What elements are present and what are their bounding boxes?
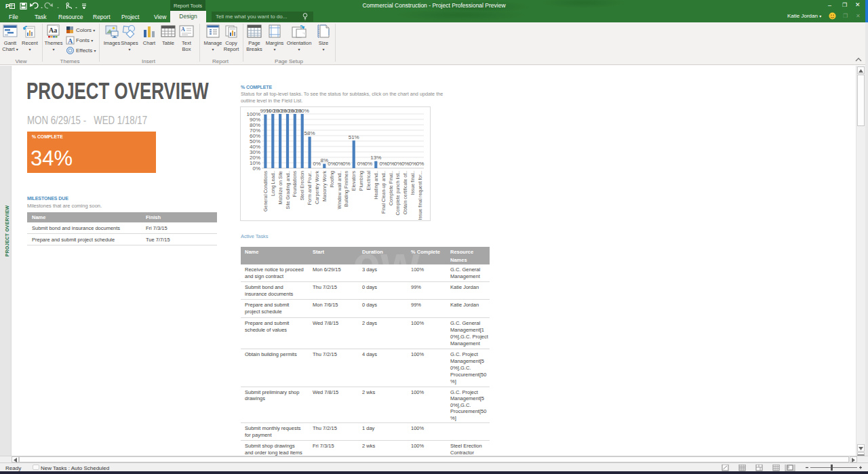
svg-text:40%: 40% (250, 144, 260, 150)
svg-text:Complete Final..: Complete Final.. (389, 171, 394, 205)
svg-text:Long Lead..: Long Lead.. (271, 171, 276, 196)
svg-text:51%: 51% (349, 134, 359, 140)
svg-text:100%: 100% (247, 111, 260, 117)
svg-text:Issue final..: Issue final.. (410, 171, 415, 195)
svg-text:Masonry Work: Masonry Work (322, 171, 328, 201)
svg-text:Elevators: Elevators (351, 171, 356, 191)
svg-text:Electrical: Electrical (366, 171, 371, 191)
svg-text:0%: 0% (416, 161, 425, 167)
svg-text:Aa: Aa (49, 26, 57, 34)
svg-text:Site Grading and..: Site Grading and.. (285, 171, 291, 209)
svg-text:Foundations: Foundations (292, 171, 297, 197)
svg-text:A: A (181, 26, 185, 33)
svg-text:60%: 60% (250, 133, 260, 139)
svg-text:10%: 10% (250, 160, 260, 166)
svg-text:30%: 30% (250, 149, 260, 155)
svg-text:0%: 0% (328, 161, 336, 167)
svg-text:Heating and..: Heating and.. (374, 171, 379, 199)
svg-text:80%: 80% (250, 122, 260, 128)
svg-text:20%: 20% (250, 155, 260, 161)
svg-text:Plumbing: Plumbing (359, 171, 364, 191)
svg-text:0%: 0% (252, 165, 260, 172)
svg-text:50%: 50% (250, 138, 260, 144)
svg-text:Obtain certificate of..: Obtain certificate of.. (403, 171, 408, 214)
svg-text:0%: 0% (387, 161, 395, 167)
svg-text:Roofing: Roofing (330, 171, 335, 187)
svg-text:58%: 58% (304, 130, 315, 136)
svg-text:Form and Pour..: Form and Pour.. (307, 171, 312, 205)
svg-text:Window wall and..: Window wall and.. (337, 171, 342, 209)
svg-text:A: A (68, 37, 73, 45)
svg-text:Steel Erection: Steel Erection (300, 171, 304, 201)
svg-text:Building Finishes: Building Finishes (344, 171, 349, 207)
svg-text:Complete punch list..: Complete punch list.. (395, 171, 401, 215)
svg-text:Carpentry Work: Carpentry Work (315, 171, 320, 204)
svg-text:100%: 100% (295, 108, 309, 114)
svg-text:0%: 0% (409, 161, 417, 167)
svg-text:P: P (5, 3, 9, 9)
svg-text:0%: 0% (365, 161, 373, 167)
svg-text:Final Clean-up and..: Final Clean-up and.. (381, 171, 387, 214)
svg-text:70%: 70% (250, 127, 260, 134)
svg-text:0%: 0% (313, 161, 321, 167)
svg-text:Issue final request for...: Issue final request for... (418, 171, 423, 220)
svg-text:Mobilize on Site: Mobilize on Site (278, 171, 283, 205)
svg-text:90%: 90% (250, 117, 260, 123)
svg-text:General Conditions: General Conditions (263, 171, 268, 212)
svg-text:0%: 0% (335, 161, 343, 167)
svg-text:0%: 0% (342, 161, 351, 167)
svg-text:0%: 0% (401, 161, 410, 167)
